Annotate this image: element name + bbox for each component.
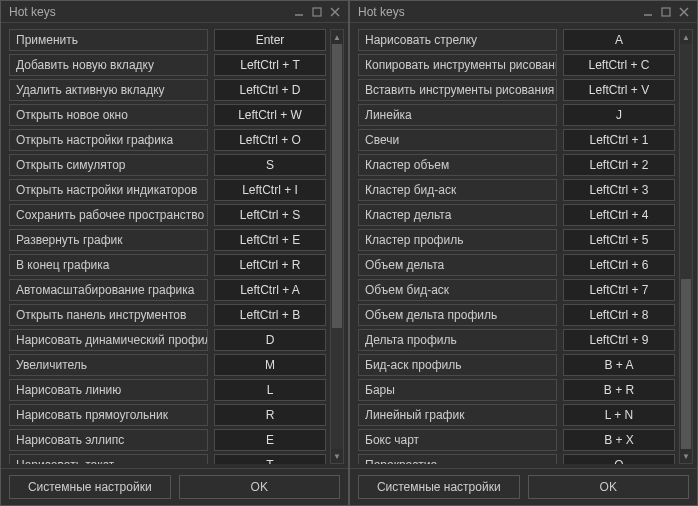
hotkey-label[interactable]: Бары bbox=[358, 379, 557, 401]
hotkey-value[interactable]: R bbox=[214, 404, 326, 426]
hotkey-value[interactable]: LeftCtrl + B bbox=[214, 304, 326, 326]
system-settings-button[interactable]: Системные настройки bbox=[9, 475, 171, 499]
hotkey-label[interactable]: Перекрестие bbox=[358, 454, 557, 464]
hotkey-label[interactable]: Нарисовать прямоугольник bbox=[9, 404, 208, 426]
hotkey-value[interactable]: LeftCtrl + R bbox=[214, 254, 326, 276]
hotkey-label[interactable]: Открыть настройки графика bbox=[9, 129, 208, 151]
hotkey-value[interactable]: B + R bbox=[563, 379, 675, 401]
hotkey-value[interactable]: LeftCtrl + V bbox=[563, 79, 675, 101]
hotkey-value[interactable]: LeftCtrl + C bbox=[563, 54, 675, 76]
hotkey-label[interactable]: Объем дельта профиль bbox=[358, 304, 557, 326]
hotkey-value[interactable]: LeftCtrl + 1 bbox=[563, 129, 675, 151]
hotkey-value[interactable]: LeftCtrl + S bbox=[214, 204, 326, 226]
hotkey-value[interactable]: LeftCtrl + A bbox=[214, 279, 326, 301]
scroll-track[interactable] bbox=[331, 44, 343, 449]
hotkey-label[interactable]: Свечи bbox=[358, 129, 557, 151]
scroll-down-icon[interactable]: ▼ bbox=[331, 449, 343, 463]
hotkey-value[interactable]: Q bbox=[563, 454, 675, 464]
hotkey-value[interactable]: LeftCtrl + D bbox=[214, 79, 326, 101]
hotkey-label[interactable]: Применить bbox=[9, 29, 208, 51]
close-button[interactable] bbox=[326, 4, 344, 20]
hotkey-label[interactable]: Вставить инструменты рисования bbox=[358, 79, 557, 101]
hotkey-value[interactable]: LeftCtrl + 7 bbox=[563, 279, 675, 301]
scroll-track[interactable] bbox=[680, 44, 692, 449]
hotkey-label[interactable]: Открыть симулятор bbox=[9, 154, 208, 176]
hotkey-value[interactable]: LeftCtrl + W bbox=[214, 104, 326, 126]
hotkey-value[interactable]: B + A bbox=[563, 354, 675, 376]
hotkey-row: Нарисовать линиюL bbox=[9, 379, 326, 401]
ok-button[interactable]: OK bbox=[179, 475, 341, 499]
hotkey-row: Объем дельтаLeftCtrl + 6 bbox=[358, 254, 675, 276]
hotkey-value[interactable]: A bbox=[563, 29, 675, 51]
ok-button[interactable]: OK bbox=[528, 475, 690, 499]
hotkey-value[interactable]: D bbox=[214, 329, 326, 351]
hotkey-label[interactable]: Нарисовать текст bbox=[9, 454, 208, 464]
close-button[interactable] bbox=[675, 4, 693, 20]
hotkey-label[interactable]: Нарисовать стрелку bbox=[358, 29, 557, 51]
hotkey-row: ПрименитьEnter bbox=[9, 29, 326, 51]
hotkey-value[interactable]: LeftCtrl + 9 bbox=[563, 329, 675, 351]
hotkey-value[interactable]: LeftCtrl + 8 bbox=[563, 304, 675, 326]
scroll-down-icon[interactable]: ▼ bbox=[680, 449, 692, 463]
scrollbar[interactable]: ▲▼ bbox=[330, 29, 344, 464]
scroll-up-icon[interactable]: ▲ bbox=[680, 30, 692, 44]
hotkey-label[interactable]: Кластер объем bbox=[358, 154, 557, 176]
minimize-button[interactable] bbox=[639, 4, 657, 20]
hotkey-label[interactable]: Линейка bbox=[358, 104, 557, 126]
hotkey-value[interactable]: S bbox=[214, 154, 326, 176]
hotkey-label[interactable]: Открыть панель инструментов bbox=[9, 304, 208, 326]
hotkey-row: ЛинейкаJ bbox=[358, 104, 675, 126]
scrollbar[interactable]: ▲▼ bbox=[679, 29, 693, 464]
hotkey-label[interactable]: Нарисовать динамический профиль bbox=[9, 329, 208, 351]
hotkey-row: УвеличительM bbox=[9, 354, 326, 376]
hotkey-value[interactable]: LeftCtrl + 2 bbox=[563, 154, 675, 176]
hotkey-value[interactable]: LeftCtrl + T bbox=[214, 54, 326, 76]
hotkey-label[interactable]: Автомасштабирование графика bbox=[9, 279, 208, 301]
hotkey-label[interactable]: Объем дельта bbox=[358, 254, 557, 276]
maximize-button[interactable] bbox=[657, 4, 675, 20]
hotkey-value[interactable]: LeftCtrl + 6 bbox=[563, 254, 675, 276]
scroll-up-icon[interactable]: ▲ bbox=[331, 30, 343, 44]
hotkey-label[interactable]: В конец графика bbox=[9, 254, 208, 276]
hotkey-value[interactable]: LeftCtrl + 5 bbox=[563, 229, 675, 251]
hotkey-label[interactable]: Добавить новую вкладку bbox=[9, 54, 208, 76]
scroll-thumb[interactable] bbox=[332, 44, 342, 328]
hotkey-label[interactable]: Развернуть график bbox=[9, 229, 208, 251]
hotkey-value[interactable]: B + X bbox=[563, 429, 675, 451]
hotkey-label[interactable]: Сохранить рабочее пространство bbox=[9, 204, 208, 226]
hotkey-value[interactable]: LeftCtrl + 3 bbox=[563, 179, 675, 201]
hotkey-value[interactable]: L + N bbox=[563, 404, 675, 426]
scroll-thumb[interactable] bbox=[681, 279, 691, 449]
hotkey-label[interactable]: Копировать инструменты рисования bbox=[358, 54, 557, 76]
hotkey-label[interactable]: Объем бид-аск bbox=[358, 279, 557, 301]
system-settings-button[interactable]: Системные настройки bbox=[358, 475, 520, 499]
hotkey-label[interactable]: Кластер профиль bbox=[358, 229, 557, 251]
hotkey-label[interactable]: Открыть новое окно bbox=[9, 104, 208, 126]
hotkey-row: Открыть панель инструментовLeftCtrl + B bbox=[9, 304, 326, 326]
hotkey-value[interactable]: LeftCtrl + 4 bbox=[563, 204, 675, 226]
hotkey-value[interactable]: LeftCtrl + I bbox=[214, 179, 326, 201]
hotkey-label[interactable]: Нарисовать линию bbox=[9, 379, 208, 401]
minimize-button[interactable] bbox=[290, 4, 308, 20]
hotkey-value[interactable]: M bbox=[214, 354, 326, 376]
hotkey-value[interactable]: L bbox=[214, 379, 326, 401]
hotkey-label[interactable]: Удалить активную вкладку bbox=[9, 79, 208, 101]
hotkey-label[interactable]: Кластер дельта bbox=[358, 204, 557, 226]
hotkey-label[interactable]: Увеличитель bbox=[9, 354, 208, 376]
hotkey-value[interactable]: T bbox=[214, 454, 326, 464]
hotkey-value[interactable]: LeftCtrl + E bbox=[214, 229, 326, 251]
hotkey-label[interactable]: Открыть настройки индикаторов bbox=[9, 179, 208, 201]
hotkey-value[interactable]: LeftCtrl + O bbox=[214, 129, 326, 151]
hotkey-row: Автомасштабирование графикаLeftCtrl + A bbox=[9, 279, 326, 301]
hotkey-label[interactable]: Дельта профиль bbox=[358, 329, 557, 351]
hotkey-label[interactable]: Линейный график bbox=[358, 404, 557, 426]
hotkey-label[interactable]: Бид-аск профиль bbox=[358, 354, 557, 376]
hotkey-value[interactable]: E bbox=[214, 429, 326, 451]
hotkey-value[interactable]: Enter bbox=[214, 29, 326, 51]
hotkey-row: Кластер профильLeftCtrl + 5 bbox=[358, 229, 675, 251]
maximize-button[interactable] bbox=[308, 4, 326, 20]
hotkey-label[interactable]: Нарисовать эллипс bbox=[9, 429, 208, 451]
hotkey-label[interactable]: Бокс чарт bbox=[358, 429, 557, 451]
hotkey-value[interactable]: J bbox=[563, 104, 675, 126]
hotkey-label[interactable]: Кластер бид-аск bbox=[358, 179, 557, 201]
